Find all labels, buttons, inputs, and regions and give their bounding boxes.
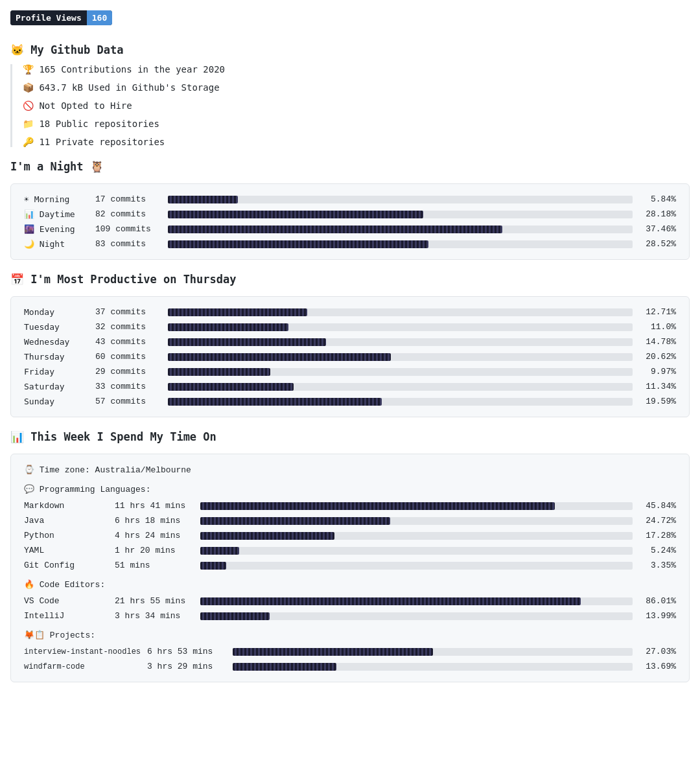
bar-commits: 29 commits	[95, 367, 160, 376]
editor-time: 21 hrs 55 mins	[115, 596, 192, 606]
bar-track	[168, 323, 633, 331]
bar-label: ☀️ Morning	[24, 194, 95, 204]
bar-pct: 13.99%	[640, 611, 676, 621]
bar-fill	[168, 338, 326, 346]
github-data-list: 🏆 165 Contributions in the year 2020📦 64…	[10, 64, 690, 147]
bar-fill	[168, 353, 391, 361]
bar-fill	[233, 648, 433, 656]
productive-bar-row: Friday 29 commits 9.97%	[24, 367, 676, 376]
bar-fill	[200, 517, 390, 525]
github-item: 📦 643.7 kB Used in Github's Storage	[23, 82, 690, 93]
productive-bar-row: Monday 37 commits 12.71%	[24, 307, 676, 317]
programming-bar-row: Python 4 hrs 24 mins 17.28%	[24, 531, 676, 540]
project-label: interview-instant-noodles	[24, 647, 147, 656]
bar-track	[200, 597, 633, 605]
bar-fill	[200, 502, 555, 510]
bar-pct: 11.0%	[640, 322, 676, 332]
bar-commits: 109 commits	[95, 224, 160, 234]
bar-label: 🌙 Night	[24, 239, 95, 249]
bar-commits: 83 commits	[95, 239, 160, 249]
bar-label: Sunday	[24, 397, 95, 406]
productive-bar-row: Wednesday 43 commits 14.78%	[24, 337, 676, 347]
lang-time: 4 hrs 24 mins	[115, 531, 192, 540]
bar-pct: 20.62%	[640, 352, 676, 362]
lang-time: 51 mins	[115, 561, 192, 570]
bar-track	[168, 368, 633, 376]
bar-label: Saturday	[24, 382, 95, 391]
bar-pct: 37.46%	[640, 224, 676, 234]
bar-track	[200, 517, 633, 525]
lang-label: YAML	[24, 546, 115, 555]
github-item: 📁 18 Public repositories	[23, 119, 690, 129]
bar-commits: 17 commits	[95, 194, 160, 204]
bar-track	[200, 562, 633, 570]
project-bar-row: interview-instant-noodles 6 hrs 53 mins …	[24, 647, 676, 656]
timezone-row: ⌚ Time zone: Australia/Melbourne	[24, 465, 676, 475]
project-time: 3 hrs 29 mins	[147, 662, 225, 671]
github-item: 🚫 Not Opted to Hire	[23, 100, 690, 111]
bar-track	[168, 398, 633, 406]
week-section: 📊 This Week I Spend My Time On ⌚ Time zo…	[10, 430, 690, 682]
productive-title: 📅 I'm Most Productive on Thursday	[10, 273, 690, 286]
programming-title: 💬 Programming Languages:	[24, 484, 676, 494]
night-bar-row: ☀️ Morning 17 commits 5.84%	[24, 194, 676, 204]
bar-track	[233, 663, 633, 671]
bar-fill	[168, 398, 382, 406]
project-time: 6 hrs 53 mins	[147, 647, 225, 656]
bar-pct: 5.24%	[640, 546, 676, 555]
bar-commits: 60 commits	[95, 352, 160, 362]
productive-section: 📅 I'm Most Productive on Thursday Monday…	[10, 273, 690, 417]
bar-track	[168, 308, 633, 316]
night-bar-row: 📊 Daytime 82 commits 28.18%	[24, 209, 676, 219]
lang-time: 11 hrs 41 mins	[115, 501, 192, 511]
lang-label: Markdown	[24, 501, 115, 511]
bar-label: Tuesday	[24, 322, 95, 332]
night-bar-row: 🌆 Evening 109 commits 37.46%	[24, 224, 676, 234]
night-owl-title: I'm a Night 🦉	[10, 160, 690, 173]
productive-bar-row: Sunday 57 commits 19.59%	[24, 397, 676, 406]
bar-track	[200, 502, 633, 510]
bar-pct: 27.03%	[640, 647, 676, 656]
bar-label: Monday	[24, 307, 95, 317]
productive-bar-row: Tuesday 32 commits 11.0%	[24, 322, 676, 332]
programming-bar-row: Java 6 hrs 18 mins 24.72%	[24, 516, 676, 526]
bar-fill	[168, 308, 307, 316]
productive-card: Monday 37 commits 12.71% Tuesday 32 comm…	[10, 296, 690, 417]
bar-fill	[168, 211, 423, 218]
productive-bar-row: Thursday 60 commits 20.62%	[24, 352, 676, 362]
lang-time: 1 hr 20 mins	[115, 546, 192, 555]
bar-fill	[233, 663, 336, 671]
lang-label: Java	[24, 516, 115, 526]
bar-pct: 17.28%	[640, 531, 676, 540]
bar-fill	[168, 240, 428, 248]
profile-views-count: 160	[87, 10, 112, 25]
bar-commits: 32 commits	[95, 322, 160, 332]
bar-commits: 43 commits	[95, 337, 160, 347]
bar-pct: 3.35%	[640, 561, 676, 570]
projects-title: 🦊📋 Projects:	[24, 630, 676, 640]
week-card: ⌚ Time zone: Australia/Melbourne💬 Progra…	[10, 454, 690, 682]
bar-track	[233, 648, 633, 656]
productive-bar-row: Saturday 33 commits 11.34%	[24, 382, 676, 391]
github-item: 🔑 11 Private repositories	[23, 137, 690, 147]
bar-track	[168, 226, 633, 233]
bar-fill	[200, 612, 270, 620]
editor-label: IntelliJ	[24, 611, 115, 621]
bar-fill	[168, 196, 238, 203]
bar-pct: 24.72%	[640, 516, 676, 526]
bar-track	[200, 547, 633, 555]
bar-fill	[200, 562, 226, 570]
bar-commits: 82 commits	[95, 209, 160, 219]
lang-time: 6 hrs 18 mins	[115, 516, 192, 526]
project-bar-row: windfarm-code 3 hrs 29 mins 13.69%	[24, 662, 676, 671]
bar-pct: 9.97%	[640, 367, 676, 376]
bar-label: 🌆 Evening	[24, 224, 95, 234]
bar-track	[168, 211, 633, 218]
bar-pct: 12.71%	[640, 307, 676, 317]
night-owl-card: ☀️ Morning 17 commits 5.84% 📊 Daytime 82…	[10, 183, 690, 260]
profile-views-badge: Profile Views 160	[10, 10, 112, 25]
bar-commits: 37 commits	[95, 307, 160, 317]
bar-commits: 33 commits	[95, 382, 160, 391]
week-title: 📊 This Week I Spend My Time On	[10, 430, 690, 443]
programming-bar-row: YAML 1 hr 20 mins 5.24%	[24, 546, 676, 555]
